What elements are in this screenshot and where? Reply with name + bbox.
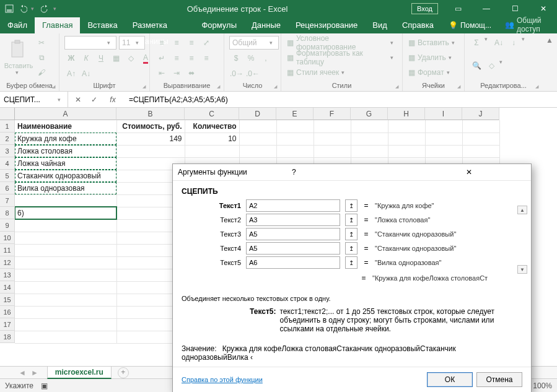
cell[interactable] [314,120,351,133]
sheet-nav-first-icon[interactable]: ◄ [19,368,26,377]
undo-dropdown-icon[interactable]: ▾ [31,6,37,12]
cell[interactable]: 10 [185,133,239,145]
qat-customize-icon[interactable]: ▾ [53,6,59,12]
column-header[interactable]: D [239,108,276,120]
macro-record-icon[interactable]: ▣ [41,381,48,390]
cell[interactable] [314,145,351,157]
cancel-formula-icon[interactable]: ✕ [71,93,86,107]
column-header[interactable]: C [185,108,239,120]
font-name-select[interactable]: ▾ [64,36,116,50]
align-bottom-icon[interactable]: ≡ [185,36,198,50]
name-box[interactable]: СЦЕПИТ...▾ [0,92,68,107]
row-header[interactable]: 10 [0,232,15,244]
cell[interactable] [351,133,388,145]
scroll-up-icon[interactable]: ▲ [517,206,527,214]
column-header[interactable]: F [314,108,351,120]
arg-input[interactable] [246,242,340,255]
cell[interactable]: Вилка одноразовая [15,182,116,194]
close-icon[interactable]: ✕ [530,0,557,17]
fx-icon[interactable]: fx [105,93,120,107]
cell[interactable] [15,219,116,232]
align-top-icon[interactable]: ≡ [155,36,169,50]
tab-formulas[interactable]: Формулы [194,17,244,33]
column-header[interactable]: A [15,108,116,120]
redo-icon[interactable] [40,3,51,14]
column-header[interactable]: J [462,108,499,120]
sheet-tab[interactable]: microexcel.ru [47,366,112,379]
cell[interactable]: Количество [185,120,239,133]
decrease-indent-icon[interactable]: ⇤ [155,66,169,80]
merge-icon[interactable]: ⬌ [185,66,198,80]
conditional-formatting-button[interactable]: ▦Условное форматирование▾ [286,36,397,50]
find-icon[interactable]: 🔍 [470,59,483,72]
column-header[interactable]: E [276,108,314,120]
cell[interactable] [276,133,314,145]
tab-insert[interactable]: Вставка [80,17,125,33]
cell[interactable] [239,145,276,157]
cell[interactable]: Стоимость, руб. [116,120,185,133]
copy-icon[interactable]: ⧉ [35,51,48,64]
tab-home[interactable]: Главная [35,17,80,33]
cell[interactable] [15,281,116,294]
cell[interactable] [351,145,388,157]
cell[interactable] [15,269,116,281]
cell[interactable] [15,232,116,244]
italic-button[interactable]: К [79,51,93,65]
cell[interactable] [314,133,351,145]
decrease-decimal-icon[interactable]: .0← [245,67,260,81]
cell[interactable] [351,120,388,133]
collapse-ribbon-icon[interactable]: ▲ [542,33,557,47]
tell-me[interactable]: 💡Помощ... [441,17,499,33]
cell[interactable] [388,133,425,145]
cell[interactable] [116,145,185,157]
ok-button[interactable]: ОК [427,372,473,387]
formula-input[interactable]: =СЦЕПИТЬ(A2;A3;A5;A5;A6) [125,95,557,104]
row-header[interactable]: 6 [0,182,15,194]
tab-layout[interactable]: Разметка страницы [125,17,195,33]
maximize-icon[interactable]: ☐ [501,0,528,17]
arg-input[interactable] [246,199,340,212]
tab-help[interactable]: Справка [395,17,441,33]
collapse-dialog-icon[interactable]: ↥ [345,214,357,226]
cell[interactable] [15,306,116,318]
align-right-icon[interactable]: ≡ [200,51,213,65]
border-button[interactable]: ▦ [109,51,123,65]
align-middle-icon[interactable]: ≡ [170,36,183,50]
clear-icon[interactable]: ◇ [485,59,498,72]
add-sheet-icon[interactable]: + [118,367,129,378]
tab-file[interactable]: Файл [0,17,35,33]
number-format-select[interactable]: Общий▾ [229,36,279,50]
format-painter-icon[interactable]: 🖌 [35,66,48,79]
row-header[interactable]: 9 [0,219,15,232]
zoom-level[interactable]: 100% [533,381,552,390]
share-button[interactable]: 👥Общий доступ [499,16,557,33]
tab-view[interactable]: Вид [365,17,395,33]
tab-data[interactable]: Данные [244,17,288,33]
row-header[interactable]: 5 [0,170,15,182]
cell[interactable] [388,145,425,157]
minimize-icon[interactable]: — [473,0,500,17]
row-header[interactable]: 2 [0,133,15,145]
collapse-dialog-icon[interactable]: ↥ [345,242,357,255]
align-center-icon[interactable]: ≡ [185,51,198,65]
column-header[interactable]: H [388,108,425,120]
row-header[interactable]: 4 [0,157,15,170]
insert-cells-button[interactable]: ▦Вставить▾ [408,36,459,50]
collapse-dialog-icon[interactable]: ↥ [345,199,357,212]
row-header[interactable]: 11 [0,244,15,256]
fill-color-button[interactable]: ◇ [124,51,138,65]
cell[interactable]: Стаканчик одноразовый [15,170,116,182]
row-header[interactable]: 14 [0,281,15,294]
percent-icon[interactable]: % [244,51,258,65]
cell[interactable] [15,318,116,331]
cell[interactable] [185,145,239,157]
function-help-link[interactable]: Справка по этой функции [182,376,263,383]
font-size-select[interactable]: 11▾ [119,36,145,50]
row-header[interactable]: 12 [0,256,15,269]
row-header[interactable]: 18 [0,331,15,343]
row-header[interactable]: 15 [0,294,15,306]
ribbon-display-icon[interactable]: ▭ [444,0,471,17]
align-left-icon[interactable]: ≡ [170,51,183,65]
row-header[interactable]: 17 [0,318,15,331]
args-scrollbar[interactable]: ▲ ▼ [517,206,527,274]
